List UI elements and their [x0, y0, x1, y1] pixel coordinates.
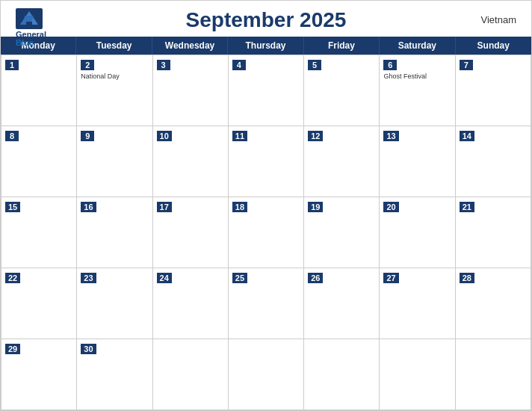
day-number: 9 — [81, 131, 94, 141]
day-cell: 20 — [380, 197, 455, 268]
logo-blue: Blue — [16, 39, 34, 47]
day-number: 3 — [157, 60, 170, 70]
logo: General Blue — [16, 8, 46, 47]
day-cell: 10 — [153, 126, 229, 197]
day-cell: 17 — [153, 197, 229, 268]
day-number: 20 — [383, 202, 398, 212]
day-cell: 13 — [380, 126, 455, 197]
day-cell: 18 — [229, 197, 304, 268]
day-cell: 9 — [77, 126, 152, 197]
day-number: 8 — [5, 131, 19, 141]
day-number: 16 — [81, 202, 96, 212]
month-title: September 2025 — [186, 8, 347, 32]
day-number: 1 — [5, 60, 19, 70]
country-label: Vietnam — [481, 14, 516, 25]
day-number: 13 — [383, 131, 398, 141]
day-number: 12 — [308, 131, 323, 141]
day-cell: 1 — [1, 55, 77, 126]
logo-icon — [16, 8, 43, 29]
day-header-thursday: Thursday — [228, 37, 303, 55]
day-cell: 30 — [77, 339, 152, 410]
day-cell: 29 — [1, 339, 77, 410]
day-number: 11 — [232, 131, 247, 141]
calendar-container: General Blue September 2025 Vietnam Mond… — [0, 0, 532, 411]
day-number: 10 — [157, 131, 172, 141]
day-number: 2 — [81, 60, 94, 70]
day-cell: 21 — [456, 197, 531, 268]
day-cell: 15 — [1, 197, 77, 268]
day-number: 26 — [308, 273, 323, 283]
day-number: 24 — [157, 273, 172, 283]
day-number: 19 — [308, 202, 323, 212]
day-header-sunday: Sunday — [456, 37, 531, 55]
day-header-wednesday: Wednesday — [152, 37, 228, 55]
day-cell — [456, 339, 531, 410]
day-number: 25 — [232, 273, 247, 283]
title-area: September 2025 — [186, 8, 347, 32]
day-number: 23 — [81, 273, 96, 283]
day-cell: 25 — [229, 268, 304, 339]
day-cell: 12 — [304, 126, 380, 197]
day-cell — [304, 339, 380, 410]
day-cell: 5 — [304, 55, 380, 126]
day-number: 7 — [460, 60, 473, 70]
event-label: Ghost Festival — [383, 72, 451, 81]
day-cell: 7 — [456, 55, 531, 126]
day-number: 30 — [81, 344, 96, 354]
day-number: 14 — [460, 131, 474, 141]
day-cell: 11 — [229, 126, 304, 197]
day-number: 15 — [5, 202, 20, 212]
calendar-grid: 12National Day3456Ghost Festival78910111… — [1, 55, 531, 410]
svg-rect-3 — [26, 22, 32, 28]
day-cell: 6Ghost Festival — [380, 55, 455, 126]
day-number: 27 — [383, 273, 398, 283]
day-cell — [380, 339, 455, 410]
day-cell: 24 — [153, 268, 229, 339]
day-cell: 22 — [1, 268, 77, 339]
day-cell: 8 — [1, 126, 77, 197]
day-cell: 14 — [456, 126, 531, 197]
day-cell: 4 — [229, 55, 304, 126]
day-number: 17 — [157, 202, 172, 212]
event-label: National Day — [81, 72, 148, 81]
day-headers: Monday Tuesday Wednesday Thursday Friday… — [1, 37, 531, 55]
day-number: 28 — [460, 273, 474, 283]
day-number: 5 — [308, 60, 321, 70]
day-cell — [153, 339, 229, 410]
day-number: 21 — [460, 202, 474, 212]
day-header-tuesday: Tuesday — [76, 37, 152, 55]
day-cell: 3 — [153, 55, 229, 126]
day-number: 4 — [232, 60, 246, 70]
day-number: 29 — [5, 344, 20, 354]
day-header-friday: Friday — [304, 37, 380, 55]
day-cell: 28 — [456, 268, 531, 339]
day-number: 18 — [232, 202, 247, 212]
day-cell: 27 — [380, 268, 455, 339]
day-cell — [229, 339, 304, 410]
day-cell: 23 — [77, 268, 152, 339]
day-cell: 26 — [304, 268, 380, 339]
calendar-header: General Blue September 2025 Vietnam — [1, 1, 531, 37]
day-cell: 16 — [77, 197, 152, 268]
day-header-saturday: Saturday — [380, 37, 455, 55]
day-cell: 2National Day — [77, 55, 152, 126]
day-cell: 19 — [304, 197, 380, 268]
day-number: 22 — [5, 273, 20, 283]
day-number: 6 — [383, 60, 397, 70]
